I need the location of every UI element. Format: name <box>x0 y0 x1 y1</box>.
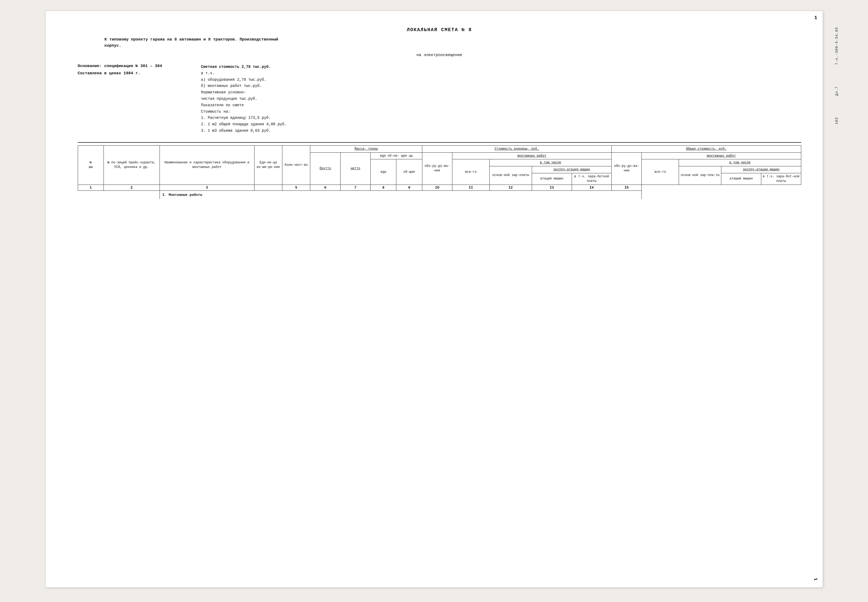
basis-line2: Составлена в ценах 1984 г. <box>78 71 185 76</box>
subtitle-line2: корпус. <box>78 43 801 48</box>
page: 1 7.п.-309-4-34.85 Дл.7 103 ЛОКАЛЬНАЯ СМ… <box>45 11 823 588</box>
basis-block: Основание: спецификация № 301 – 304 Сост… <box>78 64 185 134</box>
th-montazh-explu-group: эксплу-атация машин <box>532 166 612 173</box>
cost-line7: Показатели по смете <box>201 102 801 109</box>
th-montazh-osnov: основ-ной зар-платы <box>489 166 532 184</box>
th-montazh-vsego: все-го <box>452 159 490 184</box>
cost-line2: в т.ч. <box>201 70 801 77</box>
main-table: № шш № по-зиций прейс-куранта, УСН, ценн… <box>78 145 801 207</box>
col-num-9: 9 <box>396 184 422 190</box>
th-num: № шш <box>78 145 104 184</box>
th-name: Наименование и характеристика оборудован… <box>159 145 254 184</box>
col-num-1: 1 <box>78 184 104 190</box>
cost-line9: 1. Расчетную единицу 173,5 руб. <box>201 115 801 121</box>
col-num-5: 5 <box>282 184 310 190</box>
col-num-10: IO <box>422 184 452 190</box>
th-unit-label: еди <box>371 159 396 184</box>
table-col-numbers: 1 2 3 5 6 7 8 9 IO II I2 I3 I4 I5 <box>78 184 801 190</box>
col-num-6: 6 <box>310 184 340 190</box>
th-mass-group: Масса, тонны <box>310 145 422 152</box>
th-total-price-group: Общая стоимость, руб. <box>612 145 801 152</box>
col-num-15: I5 <box>612 184 642 190</box>
info-block: Основание: спецификация № 301 – 304 Сост… <box>78 64 801 134</box>
th-total-vtch2: в т.ч. зара-бот-ной платы <box>761 173 801 184</box>
col-num-8: 8 <box>371 184 396 190</box>
th-total-osnov: основ-ной зар-пла-ты <box>679 166 721 184</box>
th-total-vsego: все-го <box>642 159 679 184</box>
th-unit-obo: обо-ру-до-ва-ния <box>422 152 452 184</box>
col-num-4 <box>254 184 282 190</box>
th-code: № по-зиций прейс-куранта, УСН, ценника и… <box>104 145 159 184</box>
table-section-header: I. Монтажные работы <box>78 190 801 199</box>
col-num-14: I4 <box>572 184 612 190</box>
basis-line1: Основание: спецификация № 301 – 304 <box>78 64 185 68</box>
col-num-3: 3 <box>159 184 254 190</box>
page-number: 103 <box>835 117 839 124</box>
th-montazh-group: монтажных работ <box>452 152 612 159</box>
corner-top: 1 <box>814 15 817 20</box>
th-total-vtch: в том числе <box>679 159 801 166</box>
side-label-2: Дл.7 <box>835 86 839 96</box>
subtitle: К типовому проекту гаража на 8 автомашин… <box>78 37 801 42</box>
th-total-explu-group: эксплу-атации машин <box>721 166 801 173</box>
cost-line10: 2. 1 м2 общей площади здания 4,08 руб. <box>201 121 801 128</box>
cost-line3: а) оборудования 2,78 тыс.руб. <box>201 77 801 83</box>
cost-line5: Нормативная условно- <box>201 89 801 96</box>
side-labels: 7.п.-309-4-34.85 Дл.7 103 <box>835 27 839 124</box>
corner-bottom: ↵ <box>814 575 817 582</box>
th-unit-price-group: Стоимость единицы, руб. <box>422 145 611 152</box>
col-num-7: 7 <box>340 184 370 190</box>
table-empty-row-1 <box>78 199 801 207</box>
side-label-1: 7.п.-309-4-34.85 <box>835 27 839 65</box>
cost-info-block: Сметная стоимость 2,78 тыс.руб. в т.ч. а… <box>201 64 801 134</box>
table-header-row1: № шш № по-зиций прейс-куранта, УСН, ценн… <box>78 145 801 152</box>
col-num-13: I3 <box>532 184 572 190</box>
section-title: на электроосвещение <box>78 53 801 57</box>
cost-line1: Сметная стоимость 2,78 тыс.руб. <box>201 64 801 70</box>
cost-line11: 3. 1 м3 объема здания 0,63 руб. <box>201 128 801 134</box>
cost-line4: б) монтажных работ тыс.руб. <box>201 83 801 89</box>
th-total-label: об-щая <box>396 159 422 184</box>
th-total-montazh-group: монтажных работ <box>642 152 801 159</box>
th-mass-unit: еди об-ни- щая цы <box>371 152 422 159</box>
cost-line6: чистая продукция тыс.руб. <box>201 96 801 102</box>
th-mass-netto: нетто <box>340 152 370 184</box>
th-total-explu-val: аташий машин <box>721 173 761 184</box>
document-title: ЛОКАЛЬНАЯ СМЕТА № 8 <box>78 27 801 32</box>
th-montazh-vtch2: в т.ч. зара-ботной платы <box>572 173 612 184</box>
th-unit: Еди-ни-ца из-ме-ре-ния <box>254 145 282 184</box>
section-label: I. Монтажные работы <box>159 190 642 199</box>
col-num-12: I2 <box>489 184 532 190</box>
col-num-2: 2 <box>104 184 159 190</box>
th-mass-brutto: брутто <box>310 152 340 184</box>
th-qty: Коли-чест-во <box>282 145 310 184</box>
cost-line8: Стоимость на: <box>201 109 801 115</box>
th-total-obo: обо-ру-до-ва-ния <box>612 152 642 184</box>
th-montazh-vtch: в том числе <box>489 159 611 166</box>
th-montazh-explu-val: атация машин <box>532 173 572 184</box>
col-num-11: II <box>452 184 490 190</box>
section-empty <box>78 190 159 199</box>
